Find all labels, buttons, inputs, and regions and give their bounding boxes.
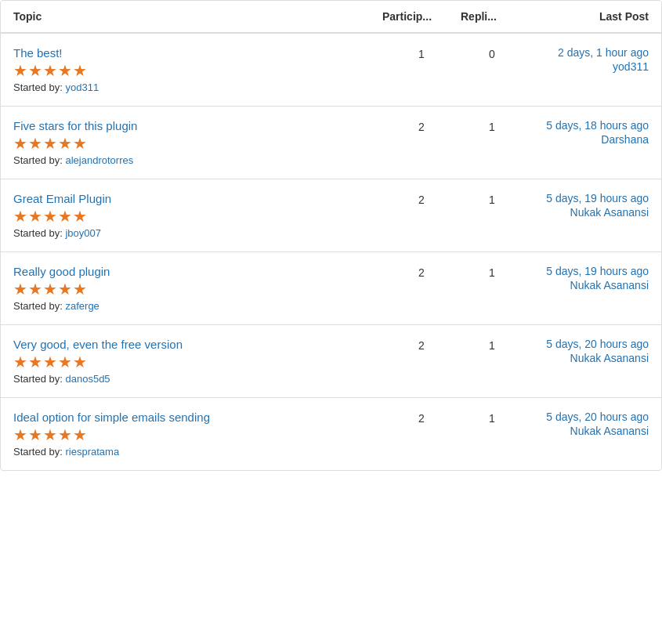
star-rating: ★★★★★ — [13, 354, 382, 370]
table-body: The best! ★★★★★ Started by: yod311 1 0 2… — [1, 34, 661, 470]
star-rating: ★★★★★ — [13, 281, 382, 297]
topic-title[interactable]: The best! — [13, 46, 382, 60]
last-post-cell: 5 days, 18 hours ago Darshana — [523, 119, 649, 146]
last-post-cell: 2 days, 1 hour ago yod311 — [523, 46, 649, 73]
topics-table: Topic Particip... Repli... Last Post The… — [0, 0, 662, 471]
last-post-user[interactable]: Darshana — [601, 133, 649, 146]
topic-cell: Five stars for this plugin ★★★★★ Started… — [13, 119, 382, 166]
participants-count: 2 — [382, 192, 461, 206]
star-rating: ★★★★★ — [13, 63, 382, 78]
last-post-time: 5 days, 20 hours ago — [546, 411, 649, 423]
replies-count: 1 — [461, 265, 523, 279]
table-row: Ideal option for simple emails sending ★… — [1, 398, 661, 470]
participants-count: 2 — [382, 411, 461, 425]
started-by: Started by: riespratama — [13, 446, 382, 458]
topic-title[interactable]: Great Email Plugin — [13, 192, 382, 205]
col-participants-header: Particip... — [382, 10, 461, 23]
last-post-time: 2 days, 1 hour ago — [558, 46, 649, 59]
participants-count: 2 — [382, 119, 461, 133]
started-by: Started by: alejandrotorres — [13, 154, 382, 166]
last-post-user[interactable]: Nukak Asanansi — [570, 279, 649, 291]
topic-author-link[interactable]: zaferge — [65, 300, 99, 312]
replies-count: 1 — [461, 192, 523, 206]
replies-count: 1 — [461, 411, 523, 425]
last-post-user[interactable]: yod311 — [613, 60, 649, 73]
replies-count: 1 — [461, 338, 523, 352]
table-row: The best! ★★★★★ Started by: yod311 1 0 2… — [1, 34, 661, 107]
last-post-time: 5 days, 19 hours ago — [546, 265, 649, 277]
last-post-cell: 5 days, 20 hours ago Nukak Asanansi — [523, 338, 649, 364]
col-last-post-header: Last Post — [523, 10, 649, 23]
last-post-time: 5 days, 20 hours ago — [546, 338, 649, 350]
topic-cell: Great Email Plugin ★★★★★ Started by: jbo… — [13, 192, 382, 239]
star-rating: ★★★★★ — [13, 427, 382, 443]
table-header: Topic Particip... Repli... Last Post — [1, 1, 661, 34]
participants-count: 2 — [382, 338, 461, 352]
last-post-time: 5 days, 18 hours ago — [546, 119, 649, 132]
last-post-user[interactable]: Nukak Asanansi — [570, 425, 649, 437]
last-post-user[interactable]: Nukak Asanansi — [570, 352, 649, 364]
table-row: Really good plugin ★★★★★ Started by: zaf… — [1, 252, 661, 325]
col-topic-header: Topic — [13, 10, 382, 23]
topic-author-link[interactable]: alejandrotorres — [65, 154, 133, 166]
started-by: Started by: jboy007 — [13, 227, 382, 239]
star-rating: ★★★★★ — [13, 136, 382, 151]
started-by: Started by: yod311 — [13, 81, 382, 93]
topic-title[interactable]: Very good, even the free version — [13, 338, 382, 351]
replies-count: 0 — [461, 46, 523, 60]
table-row: Very good, even the free version ★★★★★ S… — [1, 325, 661, 398]
topic-cell: Ideal option for simple emails sending ★… — [13, 411, 382, 458]
topic-title[interactable]: Ideal option for simple emails sending — [13, 411, 382, 424]
topic-cell: Very good, even the free version ★★★★★ S… — [13, 338, 382, 385]
topic-title[interactable]: Really good plugin — [13, 265, 382, 278]
last-post-user[interactable]: Nukak Asanansi — [570, 206, 649, 219]
topic-cell: Really good plugin ★★★★★ Started by: zaf… — [13, 265, 382, 312]
topic-cell: The best! ★★★★★ Started by: yod311 — [13, 46, 382, 93]
topic-author-link[interactable]: yod311 — [65, 81, 99, 93]
topic-author-link[interactable]: jboy007 — [65, 227, 101, 239]
table-row: Five stars for this plugin ★★★★★ Started… — [1, 107, 661, 179]
last-post-cell: 5 days, 19 hours ago Nukak Asanansi — [523, 265, 649, 291]
topic-title[interactable]: Five stars for this plugin — [13, 119, 382, 132]
star-rating: ★★★★★ — [13, 208, 382, 224]
last-post-cell: 5 days, 19 hours ago Nukak Asanansi — [523, 192, 649, 219]
topic-author-link[interactable]: riespratama — [65, 446, 119, 458]
topic-author-link[interactable]: danos5d5 — [65, 373, 110, 385]
last-post-cell: 5 days, 20 hours ago Nukak Asanansi — [523, 411, 649, 437]
participants-count: 2 — [382, 265, 461, 279]
replies-count: 1 — [461, 119, 523, 133]
last-post-time: 5 days, 19 hours ago — [546, 192, 649, 204]
participants-count: 1 — [382, 46, 461, 60]
started-by: Started by: danos5d5 — [13, 373, 382, 385]
col-replies-header: Repli... — [461, 10, 523, 23]
table-row: Great Email Plugin ★★★★★ Started by: jbo… — [1, 179, 661, 252]
started-by: Started by: zaferge — [13, 300, 382, 312]
